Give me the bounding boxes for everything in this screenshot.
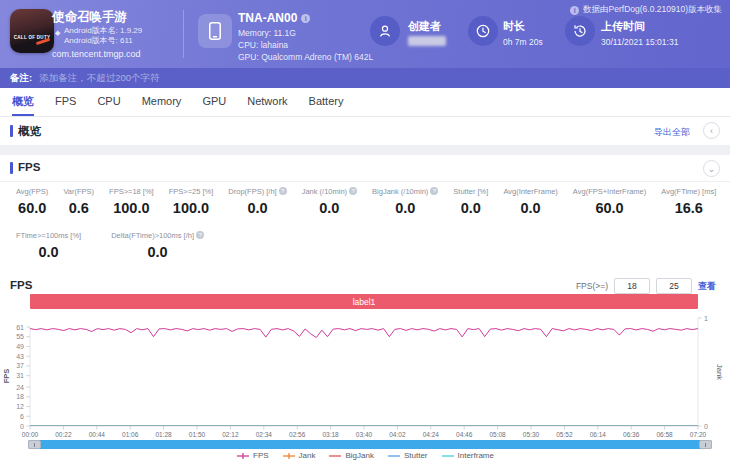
note-label: 备注:: [10, 72, 32, 85]
y-tick-label: 0: [20, 423, 24, 430]
collapse-panel-button[interactable]: ‹: [703, 122, 720, 139]
scene-label-bar: label1: [30, 294, 698, 309]
tab-gpu[interactable]: GPU: [202, 88, 226, 116]
stat-item: Avg(FPS+InterFrame)60.0: [573, 187, 646, 216]
stat-value: 16.6: [661, 200, 716, 216]
stat-item: Avg(FTime) [ms]16.6: [661, 187, 716, 216]
collector-note: i 数据由PerfDog(6.0.210910)版本收集: [570, 4, 722, 16]
x-tick-label: 07:20: [690, 431, 707, 438]
x-tick-label: 01:28: [155, 431, 172, 438]
upload-label: 上传时间: [601, 19, 645, 34]
y-axis-title: FPS: [2, 369, 11, 384]
stat-value: 0.0: [503, 200, 557, 216]
x-tick-label: 04:24: [423, 431, 440, 438]
fps-line-chart[interactable]: 0612182431374349556110FPSJank00:0000:220…: [0, 310, 730, 440]
scrollbar-right-handle[interactable]: [699, 440, 712, 449]
stat-item: Avg(FPS)60.0: [16, 187, 48, 216]
stat-label: Jank (/10min)?: [302, 187, 357, 196]
stat-item: FPS>=18 [%]100.0: [109, 187, 154, 216]
chart-scrollbar[interactable]: [28, 440, 712, 449]
stat-value: 100.0: [109, 200, 154, 216]
x-tick-label: 03:18: [322, 431, 339, 438]
y-tick-label: 6: [20, 413, 24, 420]
stat-item: BigJank (/10min)?0.0: [372, 187, 438, 216]
stat-value: 0.0: [228, 200, 286, 216]
x-tick-label: 02:56: [289, 431, 306, 438]
legend-item-fps[interactable]: FPS: [236, 451, 269, 460]
stat-value: 60.0: [16, 200, 48, 216]
duration-label: 时长: [503, 19, 525, 34]
x-tick-label: 00:00: [22, 431, 39, 438]
x-tick-label: 06:14: [590, 431, 607, 438]
legend-marker: [236, 452, 250, 460]
fps-threshold-low-input[interactable]: [614, 278, 650, 294]
stat-label: Avg(InterFrame): [503, 187, 557, 196]
y-tick-label: 43: [16, 353, 24, 360]
legend-item-jank[interactable]: Jank: [282, 451, 316, 460]
tab-network[interactable]: Network: [247, 88, 287, 116]
info-icon[interactable]: ?: [196, 231, 204, 239]
series-fps-line: [30, 329, 698, 338]
note-input[interactable]: 添加备注，不超过200个字符: [39, 72, 159, 85]
stat-label: Stutter [%]: [453, 187, 488, 196]
stat-label: Delta(FTime)>100ms [/h]?: [111, 231, 204, 240]
overview-title: 概览: [18, 124, 41, 139]
stat-label: BigJank (/10min)?: [372, 187, 438, 196]
legend-item-bigjank[interactable]: BigJank: [328, 451, 373, 460]
export-all-button[interactable]: 导出全部: [654, 126, 690, 139]
view-button[interactable]: 查看: [698, 280, 716, 293]
x-tick-label: 01:50: [189, 431, 206, 438]
y-tick-label: 49: [16, 343, 24, 350]
tab-overview[interactable]: 概览: [12, 88, 34, 116]
creator-name-redacted: [408, 36, 446, 46]
y2-tick-label: 1: [704, 315, 708, 322]
y2-tick-label: 0: [704, 423, 708, 430]
legend-label: FPS: [253, 451, 269, 460]
stat-label: Var(FPS): [63, 187, 94, 196]
stat-label: Avg(FPS+InterFrame): [573, 187, 646, 196]
creator-label: 创建者: [408, 19, 441, 34]
fps-stats-row-2: FTime>=100ms [%]0.0Delta(FTime)>100ms [/…: [16, 231, 204, 260]
collapse-fps-button[interactable]: ⌄: [703, 160, 720, 177]
info-icon[interactable]: ?: [430, 187, 438, 195]
app-title: 使命召唤手游: [52, 9, 127, 26]
stat-item: FPS>=25 [%]100.0: [169, 187, 214, 216]
fps-threshold-label: FPS(>=): [576, 281, 608, 291]
stat-value: 0.0: [372, 200, 438, 216]
tab-battery[interactable]: Battery: [309, 88, 344, 116]
y-tick-label: 31: [16, 372, 24, 379]
legend-item-stutter[interactable]: Stutter: [387, 451, 428, 460]
legend-label: BigJank: [345, 451, 373, 460]
y-tick-label: 12: [16, 403, 24, 410]
stat-item: Drop(FPS) [/h]?0.0: [228, 187, 286, 216]
fps-chart-title: FPS: [10, 279, 32, 291]
stat-item: Delta(FTime)>100ms [/h]?0.0: [111, 231, 204, 260]
device-info-icon[interactable]: i: [301, 14, 310, 23]
x-tick-label: 04:46: [456, 431, 473, 438]
legend-label: Jank: [299, 451, 316, 460]
stat-value: 0.0: [302, 200, 357, 216]
stat-value: 0.0: [16, 244, 81, 260]
stat-label: FPS>=18 [%]: [109, 187, 154, 196]
fps-threshold-high-input[interactable]: [656, 278, 692, 294]
scrollbar-left-handle[interactable]: [28, 440, 41, 449]
fps-section: FPS ⌄ Avg(FPS)60.0Var(FPS)0.6FPS>=18 [%]…: [0, 155, 730, 463]
x-tick-label: 05:30: [523, 431, 540, 438]
tab-memory[interactable]: Memory: [142, 88, 182, 116]
x-tick-label: 06:36: [623, 431, 640, 438]
stat-value: 60.0: [573, 200, 646, 216]
x-tick-label: 02:12: [222, 431, 239, 438]
info-icon[interactable]: ?: [279, 187, 287, 195]
info-icon[interactable]: ?: [349, 187, 357, 195]
legend-item-interframe[interactable]: Interframe: [441, 451, 494, 460]
y2-axis-title: Jank: [715, 364, 724, 380]
y-tick-label: 55: [16, 333, 24, 340]
info-icon: i: [570, 6, 579, 15]
tab-fps[interactable]: FPS: [55, 88, 76, 116]
legend-marker: [387, 452, 401, 460]
duration-icon: [468, 16, 498, 46]
stat-value: 100.0: [169, 200, 214, 216]
stat-item: Jank (/10min)?0.0: [302, 187, 357, 216]
tab-cpu[interactable]: CPU: [97, 88, 120, 116]
stat-label: Avg(FTime) [ms]: [661, 187, 716, 196]
